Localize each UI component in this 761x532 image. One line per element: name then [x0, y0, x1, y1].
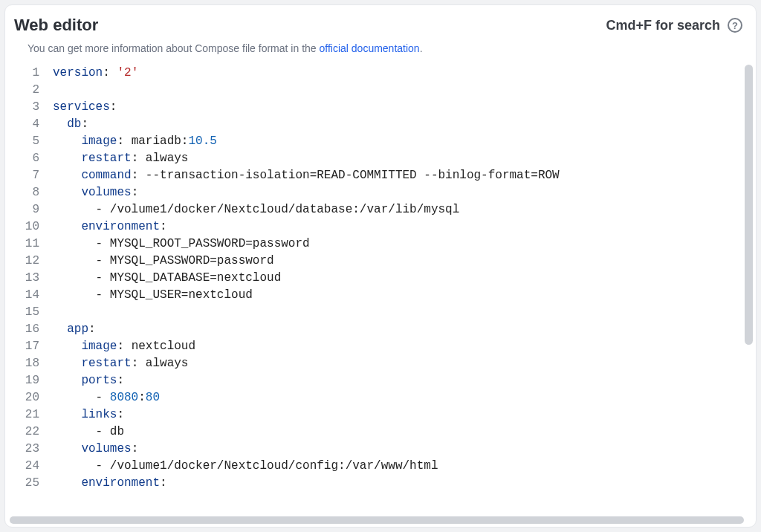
vertical-scrollbar[interactable]	[745, 65, 753, 345]
docs-link[interactable]: official documentation	[319, 42, 419, 54]
subtitle-prefix: You can get more information about Compo…	[27, 42, 319, 54]
search-hint: Cmd+F for search	[606, 18, 720, 33]
panel-header: Web editor Cmd+F for search ?	[5, 5, 756, 38]
web-editor-panel: Web editor Cmd+F for search ? You can ge…	[4, 4, 757, 528]
editor-container: 1234567891011121314151617181920212223242…	[5, 65, 756, 516]
line-number-gutter: 1234567891011121314151617181920212223242…	[14, 65, 53, 510]
horizontal-scrollbar[interactable]	[10, 516, 744, 524]
panel-title: Web editor	[14, 16, 98, 35]
subtitle-suffix: .	[420, 42, 423, 54]
help-icon[interactable]: ?	[728, 18, 742, 33]
panel-subtitle: You can get more information about Compo…	[5, 38, 756, 65]
header-right: Cmd+F for search ?	[606, 18, 742, 33]
code-content[interactable]: version: '2' services: db: image: mariad…	[53, 65, 747, 510]
hscroll-track	[5, 516, 756, 527]
code-editor[interactable]: 1234567891011121314151617181920212223242…	[14, 65, 747, 510]
